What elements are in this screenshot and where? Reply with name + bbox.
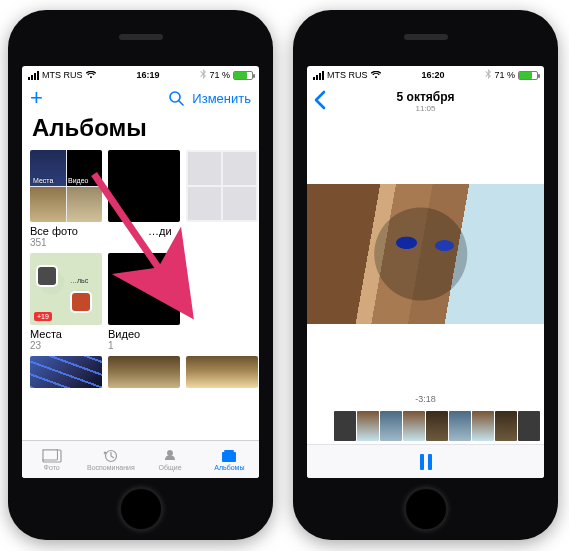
screen-right: MTS RUS 16:20 71 % [307,66,544,478]
wifi-icon [371,71,381,79]
clock-label: 16:19 [136,70,159,80]
screen-left: MTS RUS 16:19 71 % + [22,66,259,478]
album-count: 351 [30,237,102,248]
tab-shared[interactable]: Общие [141,441,200,478]
album-all-photos[interactable]: Места Видео Все фото 351 [30,150,102,248]
album-name: Места [30,328,102,340]
album-count: 23 [30,340,102,351]
search-icon[interactable] [168,90,184,106]
video-frame [307,184,544,324]
thumb-overlay-label: Видео [68,177,88,184]
album-places[interactable]: +19 …льс Места 23 [30,253,102,351]
nav-bar: 5 октября 11:05 [307,84,544,118]
signal-icon [28,71,39,80]
battery-pct-label: 71 % [494,70,515,80]
photo-time: 11:05 [307,104,544,113]
tab-albums[interactable]: Альбомы [200,441,259,478]
add-button[interactable]: + [30,87,43,109]
svg-rect-6 [222,452,236,462]
nav-bar: + Изменить [22,84,259,112]
playback-bar [307,444,544,478]
album-count: 1 [108,340,180,351]
battery-icon [518,71,538,80]
clock-label: 16:20 [421,70,444,80]
album-name: Видео [108,328,180,340]
signal-icon [313,71,324,80]
album-partial[interactable] [108,356,180,388]
battery-icon [233,71,253,80]
time-remaining: -3:18 [307,394,544,404]
page-title: Альбомы [22,112,259,150]
phone-right: MTS RUS 16:20 71 % [293,10,558,540]
album-partial[interactable] [186,356,258,388]
thumb-overlay-label: Места [33,177,53,184]
back-button[interactable] [313,90,326,115]
status-bar: MTS RUS 16:20 71 % [307,66,544,84]
tab-label: Альбомы [214,464,244,471]
album-name: Все фото [30,225,102,237]
album-name: …ди [108,225,180,237]
edit-button[interactable]: Изменить [192,91,251,106]
bluetooth-icon [200,69,206,81]
pause-button[interactable] [420,454,432,470]
bluetooth-icon [485,69,491,81]
battery-pct-label: 71 % [209,70,230,80]
svg-rect-7 [224,450,234,452]
video-scrubber[interactable] [307,408,544,444]
tab-photos[interactable]: Фото [22,441,81,478]
tab-label: Фото [44,464,60,471]
album-people[interactable]: …ди [108,150,180,248]
tab-label: Воспоминания [87,464,135,471]
wifi-icon [86,71,96,79]
video-viewer[interactable] [307,118,544,390]
tab-label: Общие [159,464,182,471]
tab-bar: Фото Воспоминания Общие Альбомы [22,440,259,478]
svg-line-1 [179,101,183,105]
album-partial[interactable] [30,356,102,388]
svg-rect-4 [42,449,57,460]
album-videos[interactable]: Видео 1 [108,253,180,351]
carrier-label: MTS RUS [327,70,368,80]
thumb-overlay-label: …льс [70,277,88,284]
status-bar: MTS RUS 16:19 71 % [22,66,259,84]
tab-memories[interactable]: Воспоминания [81,441,140,478]
carrier-label: MTS RUS [42,70,83,80]
photo-date: 5 октября [307,90,544,104]
albums-grid[interactable]: Места Видео Все фото 351 …ди [22,150,259,440]
phone-left: MTS RUS 16:19 71 % + [8,10,273,540]
album-empty[interactable] [186,150,258,248]
